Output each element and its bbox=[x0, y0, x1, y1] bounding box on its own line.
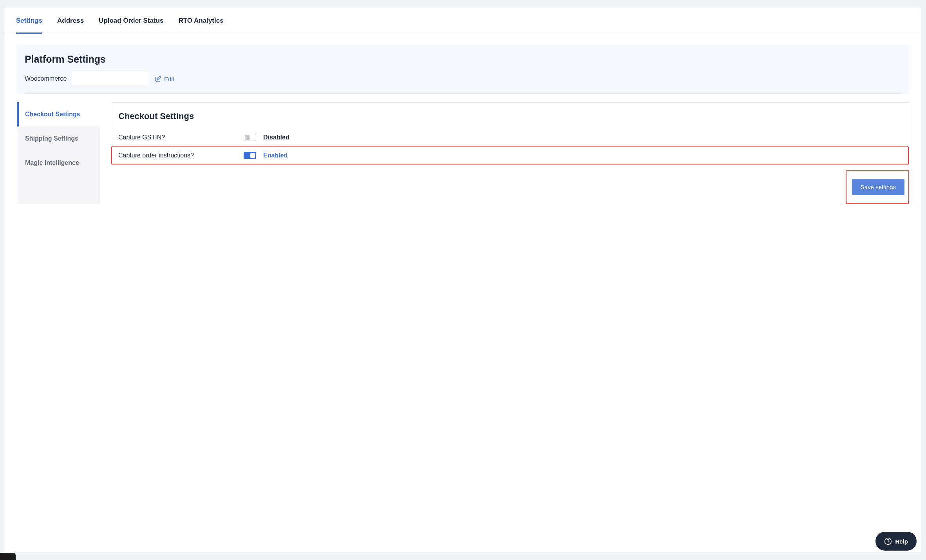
main-container: Settings Address Upload Order Status RTO… bbox=[5, 8, 921, 552]
platform-settings-title: Platform Settings bbox=[25, 54, 901, 65]
settings-layout: Checkout Settings Shipping Settings Magi… bbox=[17, 102, 909, 204]
top-tabs: Settings Address Upload Order Status RTO… bbox=[5, 8, 921, 34]
platform-name: Woocommerce bbox=[25, 75, 72, 82]
setting-capture-order-instructions: Capture order instructions? Enabled bbox=[111, 146, 909, 164]
toggle-wrap-order-instructions: Enabled bbox=[244, 152, 288, 159]
main-panel: Checkout Settings Capture GSTIN? Disable… bbox=[100, 102, 909, 204]
tab-rto-analytics[interactable]: RTO Analytics bbox=[178, 8, 223, 34]
setting-label-order-instructions: Capture order instructions? bbox=[118, 152, 244, 159]
toggle-status-gstin: Disabled bbox=[263, 134, 289, 141]
platform-row: Woocommerce Edit bbox=[25, 70, 901, 94]
platform-value-box bbox=[72, 70, 148, 87]
tab-address[interactable]: Address bbox=[57, 8, 84, 34]
save-settings-button[interactable]: Save settings bbox=[852, 179, 904, 195]
sidetab-checkout-settings[interactable]: Checkout Settings bbox=[17, 102, 100, 126]
help-label: Help bbox=[895, 538, 908, 545]
platform-settings-panel: Platform Settings Woocommerce Edit bbox=[17, 45, 909, 94]
toggle-wrap-gstin: Disabled bbox=[244, 134, 289, 141]
toggle-knob bbox=[245, 135, 250, 140]
checkout-settings-title: Checkout Settings bbox=[111, 111, 909, 128]
toggle-capture-gstin[interactable] bbox=[244, 134, 256, 141]
edit-platform-link[interactable]: Edit bbox=[155, 76, 174, 82]
tab-upload-order-status[interactable]: Upload Order Status bbox=[99, 8, 163, 34]
save-highlight-box: Save settings bbox=[846, 170, 909, 204]
side-tabs: Checkout Settings Shipping Settings Magi… bbox=[17, 102, 100, 204]
edit-label: Edit bbox=[164, 76, 174, 82]
toggle-capture-order-instructions[interactable] bbox=[244, 152, 256, 159]
help-icon bbox=[884, 537, 892, 545]
toggle-status-order-instructions: Enabled bbox=[263, 152, 288, 159]
tab-settings[interactable]: Settings bbox=[16, 8, 42, 34]
content-area: Platform Settings Woocommerce Edit Check… bbox=[5, 34, 921, 215]
setting-capture-gstin: Capture GSTIN? Disabled bbox=[111, 128, 909, 146]
checkout-settings-card: Checkout Settings Capture GSTIN? Disable… bbox=[111, 102, 909, 165]
edit-icon bbox=[155, 76, 161, 82]
save-row: Save settings bbox=[111, 170, 909, 204]
sidetab-shipping-settings[interactable]: Shipping Settings bbox=[17, 126, 100, 151]
setting-label-gstin: Capture GSTIN? bbox=[118, 134, 244, 141]
toggle-knob bbox=[250, 153, 255, 158]
sidetab-magic-intelligence[interactable]: Magic Intelligence bbox=[17, 151, 100, 175]
help-widget[interactable]: Help bbox=[875, 532, 917, 551]
